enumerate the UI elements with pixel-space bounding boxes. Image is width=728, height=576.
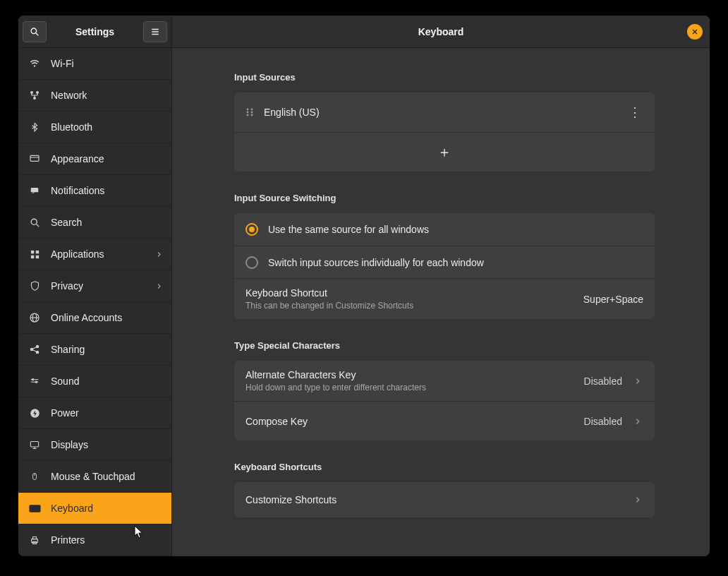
switching-shortcut-label: Keyboard Shortcut [245,287,574,299]
main-header: Keyboard [172,16,710,48]
sidebar-title: Settings [51,26,139,37]
svg-point-6 [37,92,39,94]
alternate-chars-row[interactable]: Alternate Characters Key Hold down and t… [234,361,655,401]
sidebar-item-displays[interactable]: Displays [18,429,171,461]
chevron-right-icon [632,494,643,505]
shortcuts-group: Customize Shortcuts [234,482,655,517]
svg-point-27 [32,379,34,380]
bluetooth-icon [28,121,41,133]
svg-point-50 [247,114,249,116]
customize-shortcuts-label: Customize Shortcuts [245,494,622,505]
appearance-icon [28,152,41,165]
svg-point-49 [251,112,253,114]
search-icon [28,216,41,229]
svg-line-1 [36,32,39,35]
svg-point-51 [251,114,253,116]
sound-icon [28,375,41,388]
add-input-source-button[interactable]: ＋ [234,132,655,172]
sidebar-item-bluetooth[interactable]: Bluetooth [18,112,171,143]
sidebar-item-notifications[interactable]: Notifications [18,175,171,207]
radio-selected-icon [245,223,258,236]
sidebar-item-privacy[interactable]: Privacy [18,270,171,302]
close-icon [691,28,698,35]
switching-option-each[interactable]: Switch input sources individually for ea… [234,246,655,278]
main-panel: Keyboard Input Sources English (US) ⋮ [172,16,710,556]
sidebar-item-label: Notifications [51,185,104,196]
special-group: Alternate Characters Key Hold down and t… [234,361,655,440]
chevron-right-icon [632,376,643,387]
sidebar-item-label: Sharing [51,344,85,355]
wifi-icon [28,57,41,70]
svg-line-12 [36,224,39,227]
sidebar-item-label: Online Accounts [51,312,122,323]
sidebar-header: Settings [18,16,171,48]
sidebar-item-power[interactable]: Power [18,397,171,429]
sidebar-item-search[interactable]: Search [18,207,171,239]
power-icon [28,407,41,419]
sidebar-item-label: Printers [51,534,85,546]
input-sources-group: English (US) ⋮ ＋ [234,92,655,172]
svg-point-48 [247,112,249,114]
mouse-icon [28,470,41,483]
customize-shortcuts-row[interactable]: Customize Shortcuts [234,482,655,517]
sidebar-item-applications[interactable]: Applications [18,239,171,270]
sidebar-item-appearance[interactable]: Appearance [18,143,171,175]
sidebar-list: Wi-FiNetworkBluetoothAppearanceNotificat… [18,48,171,556]
input-source-options-button[interactable]: ⋮ [626,104,643,120]
sidebar-item-label: Keyboard [51,503,93,514]
svg-point-5 [31,92,33,94]
switching-group: Use the same source for all windows Swit… [234,213,655,319]
sidebar-item-keyboard[interactable]: Keyboard [18,493,171,524]
close-button[interactable] [687,24,703,40]
input-source-row[interactable]: English (US) ⋮ [234,92,655,132]
svg-rect-10 [31,188,39,192]
hamburger-icon [150,27,160,37]
svg-rect-42 [33,536,37,539]
compose-key-row[interactable]: Compose Key Disabled [234,401,655,440]
sidebar-item-label: Displays [51,439,88,450]
svg-point-7 [34,97,36,100]
section-special-title: Type Special Characters [234,340,655,351]
sidebar-item-label: Privacy [51,280,83,292]
sidebar-item-label: Sound [51,376,79,387]
search-button[interactable] [23,21,47,42]
section-switching-title: Input Source Switching [234,193,655,203]
privacy-icon [28,280,41,292]
online-icon [28,311,41,324]
apps-icon [28,248,41,260]
sidebar-item-label: Power [51,407,79,419]
svg-line-23 [32,347,36,349]
switching-option-same-label: Use the same source for all windows [268,224,429,235]
svg-point-0 [31,28,37,34]
sidebar-item-printers[interactable]: Printers [18,524,171,556]
sidebar-item-network[interactable]: Network [18,80,171,112]
notifications-icon [28,184,41,197]
sidebar-item-wi-fi[interactable]: Wi-Fi [18,48,171,80]
alternate-chars-label: Alternate Characters Key [245,369,574,380]
input-source-label: English (US) [264,107,320,118]
printers-icon [28,534,41,546]
sidebar-item-sound[interactable]: Sound [18,366,171,397]
sidebar-item-label: Mouse & Touchpad [51,471,135,482]
radio-unselected-icon [245,256,258,269]
sidebar-item-online-accounts[interactable]: Online Accounts [18,302,171,334]
section-shortcuts-title: Keyboard Shortcuts [234,462,655,472]
menu-button[interactable] [143,21,167,42]
switching-shortcut-row: Keyboard Shortcut This can be changed in… [234,278,655,319]
sidebar: Settings Wi-FiNetworkBluetoothAppearance… [18,16,172,556]
switching-option-same[interactable]: Use the same source for all windows [234,213,655,246]
sidebar-item-label: Appearance [51,153,104,164]
chevron-right-icon [153,280,164,292]
switching-shortcut-value: Super+Space [583,294,643,305]
svg-rect-30 [30,441,38,447]
svg-rect-35 [30,505,40,511]
plus-icon: ＋ [437,143,451,162]
displays-icon [28,438,41,451]
sidebar-item-mouse-touchpad[interactable]: Mouse & Touchpad [18,461,171,493]
content: Input Sources English (US) ⋮ ＋ Input Sou… [172,48,710,556]
chevron-right-icon [153,248,164,260]
sidebar-item-sharing[interactable]: Sharing [18,334,171,366]
search-icon [30,27,40,37]
compose-key-value: Disabled [584,416,622,427]
sharing-icon [28,343,41,356]
